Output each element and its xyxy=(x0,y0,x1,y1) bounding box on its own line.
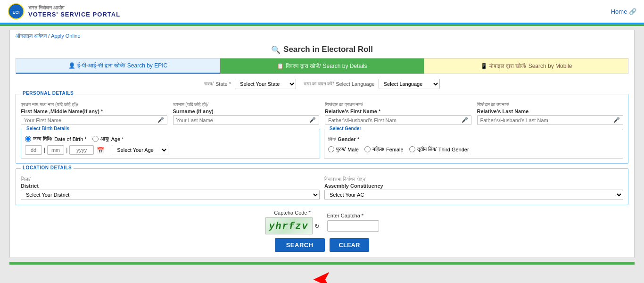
header: ECI भारत निर्वाचन आयोग VOTERS' SERVICE P… xyxy=(0,0,644,24)
search-button[interactable]: SEARCH xyxy=(275,238,325,252)
breadcrumb-item1[interactable]: ऑनलाइन आवेदन xyxy=(16,33,47,39)
relative-first-name-input[interactable] xyxy=(328,117,462,123)
gender-box: Select Gender लिंग/ Gender * पुरुष/ Male… xyxy=(324,129,623,158)
mic-icon-rel-last[interactable]: 🎤 xyxy=(613,117,620,123)
location-grid: जिला/ District Select Your District विधा… xyxy=(21,176,623,200)
dob-yyyy-input[interactable] xyxy=(69,145,94,155)
language-field-group: भाषा का चयन करें/ Select Language Select… xyxy=(304,79,440,89)
last-name-input[interactable] xyxy=(176,117,310,123)
clear-button[interactable]: CLEAR xyxy=(330,238,370,252)
tabs-row: 👤 ई-पी-आई-सी द्वारा खोजें/ Search by EPI… xyxy=(16,58,628,74)
gender-male-hindi: पुरुष/ xyxy=(336,146,346,152)
footer-bar xyxy=(9,262,635,265)
tab-mobile-icon: 📱 xyxy=(480,63,487,69)
first-name-input[interactable] xyxy=(24,117,157,123)
gender-female-label[interactable]: महिला/ Female xyxy=(364,146,404,152)
dob-mm-input[interactable] xyxy=(47,145,64,155)
rel-first-label-hi: रिश्तेदार का प्रथम नाम/ xyxy=(325,102,471,108)
assembly-select[interactable]: Select Your AC xyxy=(324,190,623,200)
header-hindi-title: भारत निर्वाचन आयोग xyxy=(28,5,120,11)
mic-icon-first[interactable]: 🎤 xyxy=(157,117,164,123)
birth-gender-row: Select Birth Details जन्म तिथि/ Date of … xyxy=(21,129,623,158)
relative-last-name-group: रिश्तेदार का उपनाम/ Relative's Last Name… xyxy=(477,102,624,125)
captcha-enter-label: Enter Captcha * xyxy=(327,213,379,218)
district-label-hi: जिला/ xyxy=(21,176,320,182)
tab-epic-icon: 👤 xyxy=(68,62,75,69)
location-details-label: LOCATION DETAILS xyxy=(21,165,74,170)
gender-female-hindi: महिला/ xyxy=(372,146,384,152)
gender-options: पुरुष/ Male महिला/ Female तृतीय लिंग/ Th… xyxy=(328,146,619,152)
dob-label-hi: जन्म तिथि/ xyxy=(33,136,52,142)
captcha-input[interactable] xyxy=(327,220,379,232)
dob-label-en: Date of Birth * xyxy=(54,136,86,142)
gender-male-label[interactable]: पुरुष/ Male xyxy=(328,146,359,152)
gender-third-radio[interactable] xyxy=(409,146,415,152)
last-name-label-hi: उपनाम (यदि कोई हो)/ xyxy=(173,102,320,108)
gender-male-en: Male xyxy=(347,147,359,152)
captcha-code-group: Captcha Code * yhrfzv ↻ xyxy=(265,210,320,234)
captcha-label: Captcha Code * xyxy=(274,210,311,216)
age-select[interactable]: Select Your Age xyxy=(112,145,168,155)
rel-first-input-wrapper: 🎤 xyxy=(325,115,471,125)
rel-last-input-wrapper: 🎤 xyxy=(477,115,624,125)
tab-epic-en: Search by EPIC xyxy=(127,62,167,69)
gender-label: Select Gender xyxy=(328,126,363,131)
calendar-icon[interactable]: 📅 xyxy=(97,147,104,154)
mic-icon-last[interactable]: 🎤 xyxy=(309,117,316,123)
age-radio[interactable] xyxy=(92,136,99,142)
header-en-title: VOTERS' SERVICE PORTAL xyxy=(28,11,120,18)
captcha-image-row: yhrfzv ↻ xyxy=(265,217,320,234)
language-label-hindi: भाषा का चयन करें/ xyxy=(304,81,334,87)
location-details-section: LOCATION DETAILS जिला/ District Select Y… xyxy=(16,168,628,205)
first-name-input-wrapper: 🎤 xyxy=(21,115,167,125)
breadcrumb: ऑनलाइन आवेदन / Apply Online xyxy=(10,30,634,42)
relative-first-name-group: रिश्तेदार का प्रथम नाम/ Relative's First… xyxy=(325,102,471,125)
dob-radio[interactable] xyxy=(25,136,31,142)
tab-details-en: Search by Details xyxy=(322,63,367,69)
captcha-refresh-icon[interactable]: ↻ xyxy=(314,223,320,230)
home-link[interactable]: Home 🔗 xyxy=(611,8,636,15)
language-select[interactable]: Select Language xyxy=(379,79,440,89)
birth-details-box: Select Birth Details जन्म तिथि/ Date of … xyxy=(21,129,320,158)
breadcrumb-item2[interactable]: / Apply Online xyxy=(48,33,80,39)
dob-radio-label[interactable]: जन्म तिथि/ Date of Birth * xyxy=(25,136,87,142)
dob-fields: | | 📅 xyxy=(25,145,104,155)
svg-text:ECI: ECI xyxy=(12,10,19,15)
header-logo: ECI भारत निर्वाचन आयोग VOTERS' SERVICE P… xyxy=(8,3,120,20)
page-title-bar: 🔍 Search in Electoral Roll xyxy=(10,42,634,58)
tab-details-icon: 📋 xyxy=(277,63,284,69)
captcha-enter-group: Enter Captcha * xyxy=(327,213,379,232)
age-radio-label[interactable]: आयु/ Age * xyxy=(92,136,124,142)
relative-last-name-input[interactable] xyxy=(480,117,614,123)
btn-row: SEARCH CLEAR xyxy=(10,238,634,252)
mic-icon-rel-first[interactable]: 🎤 xyxy=(462,117,468,123)
arrow-annotation: ➤ xyxy=(0,266,644,283)
dob-sep1: | xyxy=(44,147,45,153)
tab-mobile[interactable]: 📱 मोबाइल द्वारा खोजें/ Search by Mobile xyxy=(424,58,628,74)
captcha-image: yhrfzv xyxy=(265,217,313,234)
language-label-en: Select Language xyxy=(336,81,375,87)
rel-last-label: Relative's Last Name xyxy=(477,108,624,114)
header-title: भारत निर्वाचन आयोग VOTERS' SERVICE PORTA… xyxy=(28,5,120,18)
rel-first-label: Relative's First Name * xyxy=(325,108,471,114)
last-name-input-wrapper: 🎤 xyxy=(173,115,320,125)
state-lang-row: राज्य/ State * Select Your State भाषा का… xyxy=(10,79,634,89)
tab-mobile-en: Search by Mobile xyxy=(528,63,572,69)
gender-female-radio[interactable] xyxy=(364,146,371,152)
tab-epic-hindi: ई-पी-आई-सी द्वारा खोजें/ xyxy=(77,62,125,69)
dob-dd-input[interactable] xyxy=(25,145,42,155)
personal-details-grid: प्रथम नाम,मध्य नाम (यदि कोई हो)/ First N… xyxy=(21,102,623,125)
state-field-group: राज्य/ State * Select Your State xyxy=(204,79,296,89)
rel-last-label-hi: रिश्तेदार का उपनाम/ xyxy=(477,102,624,108)
state-select[interactable]: Select Your State xyxy=(235,79,296,89)
assembly-label-hi: विधानसभा निर्वाचन क्षेत्र/ xyxy=(324,176,623,182)
tab-details[interactable]: 📋 विवरण द्वारा खोजें/ Search by Details xyxy=(220,58,424,74)
age-label-en: Age * xyxy=(111,136,124,142)
gender-third-label[interactable]: तृतीय लिंग/ Third Gender xyxy=(409,146,469,152)
gender-male-radio[interactable] xyxy=(328,146,334,152)
tab-epic[interactable]: 👤 ई-पी-आई-सी द्वारा खोजें/ Search by EPI… xyxy=(16,58,220,74)
birth-radio-row: जन्म तिथि/ Date of Birth * आयु/ Age * xyxy=(25,136,316,142)
last-name-group: उपनाम (यदि कोई हो)/ Surname (If any) 🎤 xyxy=(173,102,320,125)
dob-sep2: | xyxy=(66,147,67,153)
district-select[interactable]: Select Your District xyxy=(21,190,320,200)
